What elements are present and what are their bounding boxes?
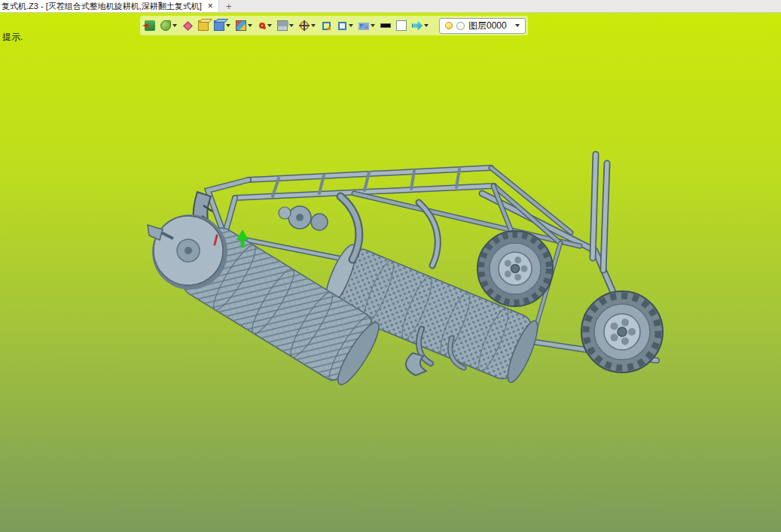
target-point-icon	[300, 21, 309, 30]
chevron-down-icon[interactable]	[349, 24, 353, 27]
render-mode-icon	[236, 20, 246, 31]
rotate-view-icon	[259, 23, 265, 29]
hint-text: 提示.	[2, 31, 23, 44]
layer-color-swatch	[456, 22, 465, 30]
support-arms[interactable]	[340, 196, 438, 266]
view-3d-button[interactable]	[410, 19, 431, 32]
chevron-down-icon[interactable]	[289, 24, 294, 27]
document-tabbar: 复式机.Z3 - [灭茬组合式整地机旋耕机,深耕翻土复式机] × +	[0, 0, 781, 13]
target-point-button[interactable]	[297, 19, 318, 32]
layer-selector[interactable]: 图层0000	[439, 18, 526, 34]
zoom-window-icon	[322, 22, 331, 30]
gearbox-pulleys[interactable]	[279, 206, 328, 230]
zoom-icon	[183, 21, 193, 31]
pan-icon	[198, 20, 209, 31]
tab-close-icon[interactable]: ×	[208, 2, 213, 11]
background-black-icon	[380, 23, 391, 28]
chevron-down-icon[interactable]	[515, 24, 520, 27]
roller-end-disc[interactable]	[148, 214, 227, 290]
chevron-down-icon[interactable]	[424, 24, 429, 27]
section-view-button[interactable]	[275, 19, 296, 32]
rotate-view-button[interactable]	[255, 20, 274, 32]
layer-visibility-bulb-icon[interactable]	[445, 22, 453, 29]
chevron-down-icon[interactable]	[371, 24, 375, 27]
exit-icon	[145, 20, 155, 31]
chevron-down-icon[interactable]	[172, 24, 177, 27]
fit-window-button[interactable]	[334, 19, 355, 32]
pan-button[interactable]	[196, 19, 211, 32]
section-view-icon	[277, 20, 288, 31]
fit-window-icon	[338, 22, 346, 30]
exit-button[interactable]	[142, 19, 157, 32]
shade-display-icon	[214, 20, 224, 31]
view-toolbar-buttons	[142, 19, 431, 32]
background-white-icon	[396, 20, 407, 31]
render-mode-button[interactable]	[233, 19, 255, 32]
layer-name: 图层0000	[468, 20, 507, 32]
model-3d[interactable]	[0, 13, 781, 532]
shade-display-button[interactable]	[212, 19, 233, 32]
viewport-3d[interactable]: 图层0000 提示.	[0, 13, 781, 532]
chevron-down-icon[interactable]	[226, 24, 230, 27]
chevron-down-icon[interactable]	[311, 24, 316, 27]
chevron-down-icon[interactable]	[248, 24, 252, 27]
chevron-down-icon[interactable]	[267, 24, 272, 27]
new-tab-button[interactable]: +	[219, 0, 239, 12]
view-orientation-button[interactable]	[158, 19, 179, 32]
view-toolbar: 图层0000	[140, 16, 528, 35]
cad-application: 复式机.Z3 - [灭茬组合式整地机旋耕机,深耕翻土复式机] × +	[0, 0, 781, 532]
background-white-button[interactable]	[394, 19, 409, 32]
background-black-button[interactable]	[378, 19, 393, 32]
fullscreen-icon	[358, 23, 369, 30]
fullscreen-button[interactable]	[356, 20, 377, 32]
zoom-window-button[interactable]	[319, 19, 334, 32]
wheel-rear[interactable]	[477, 231, 553, 306]
view-orientation-icon	[160, 20, 171, 31]
wheel-front[interactable]	[581, 291, 663, 372]
view-3d-icon	[412, 20, 423, 31]
document-tab-title: 复式机.Z3 - [灭茬组合式整地机旋耕机,深耕翻土复式机]	[2, 1, 202, 12]
zoom-button[interactable]	[180, 19, 195, 32]
document-tab[interactable]: 复式机.Z3 - [灭茬组合式整地机旋耕机,深耕翻土复式机] ×	[0, 0, 219, 12]
